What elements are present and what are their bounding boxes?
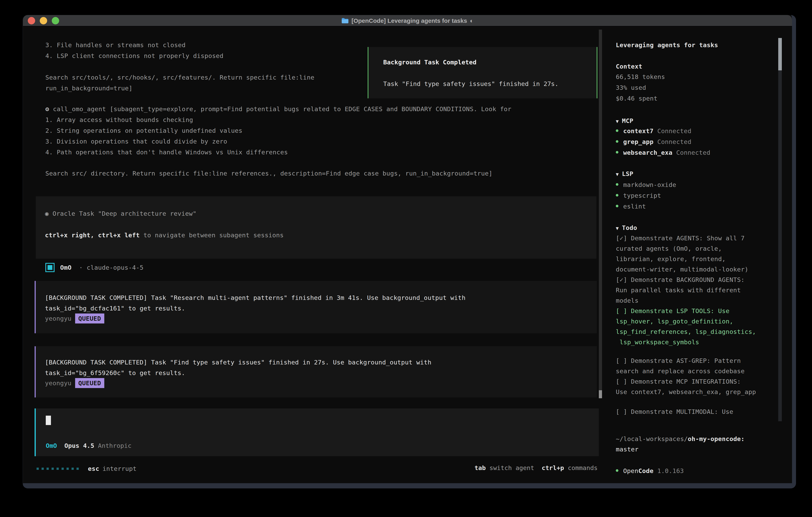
tool-call-footer: Search src/ directory. Return specific f… (46, 169, 493, 178)
mcp-section-header[interactable]: ▼MCP (616, 116, 633, 126)
statusbar-right: tab switch agent ctrl+p commands (474, 464, 598, 471)
lsp-item: eslint (616, 202, 646, 211)
esc-key-hint: esc (88, 464, 99, 473)
todo-line: Use context7, websearch_exa, grep_app (616, 387, 756, 396)
window-title-badge-icon: ◐ (470, 18, 473, 24)
session-title: Leveraging agents for tasks (616, 40, 718, 49)
notification-body: Task "Find type safety issues" finished … (383, 80, 558, 87)
status-dot-icon (616, 129, 618, 132)
tool-call-item: 1. Array access without bounds checking (46, 115, 193, 124)
task-card-meta: yeongyuQUEUED (45, 314, 104, 324)
todo-line: [ ] Demonstrate MULTIMODAL: Use (616, 407, 733, 416)
main-scrollbar-track[interactable] (599, 30, 602, 398)
statusbar-left: esc interrupt (36, 464, 137, 473)
collapse-triangle-icon: ▼ (616, 118, 619, 124)
context-spent: $0.46 spent (616, 94, 658, 103)
cmd-key-hint: ctrl+p (542, 464, 564, 471)
task-card-line2: task_id="bg_dcfac161" to get results. (45, 304, 185, 313)
agent-model: claude-opus-4-5 (87, 264, 143, 271)
tab-action-hint: switch agent (490, 464, 534, 471)
chat-line: 4. LSP client connections not properly d… (46, 51, 223, 60)
folder-icon (342, 18, 349, 24)
queued-badge: QUEUED (75, 314, 104, 324)
task-card: [BACKGROUND TASK COMPLETED] Task "Find t… (35, 346, 597, 398)
task-card-line1: [BACKGROUND TASK COMPLETED] Task "Find t… (45, 358, 431, 366)
queued-badge: QUEUED (75, 378, 104, 388)
titlebar: [OpenCode] Leveraging agents for tasks ◐ (23, 15, 792, 26)
workspace-branch: master (616, 445, 639, 454)
status-dot-icon (616, 205, 618, 207)
todo-line-active: [ ] Demonstrate LSP TOOLS: Use (616, 306, 729, 315)
cmd-action-hint: commands (568, 464, 598, 471)
main-scrollbar-thumb[interactable] (599, 390, 602, 398)
status-dot-icon (616, 183, 618, 186)
context-used: 33% used (616, 83, 646, 92)
status-dot-icon (616, 194, 618, 196)
status-dot-icon (616, 469, 618, 472)
task-user: yeongyu (45, 315, 71, 322)
lsp-section-header[interactable]: ▼LSP (616, 169, 633, 179)
todo-line: [✓] Demonstrate BACKGROUND AGENTS: (616, 275, 745, 284)
todo-line-active: lsp_find_references, lsp_diagnostics, (616, 327, 756, 336)
hint-rest: to navigate between subagent sessions (140, 232, 284, 239)
task-card-meta: yeongyuQUEUED (45, 378, 104, 388)
sidebar-scrollbar-track[interactable] (778, 38, 782, 421)
input-agent-name: OmO (46, 442, 57, 449)
workspace-path: ~/local-workspaces/oh-my-opencode: (616, 434, 745, 443)
context-heading: Context (616, 62, 642, 71)
lsp-item: markdown-oxide (616, 180, 676, 189)
task-card: [BACKGROUND TASK COMPLETED] Task "Resear… (35, 281, 597, 333)
app-window: [OpenCode] Leveraging agents for tasks ◐… (23, 15, 796, 488)
task-user: yeongyu (45, 379, 71, 387)
context-tokens: 66,518 tokens (616, 72, 665, 81)
task-card-line2: task_id="bg_6f59260c" to get results. (45, 369, 185, 377)
todo-line: document-writer, multimodal-looker) (616, 265, 749, 274)
agent-separator: · (79, 264, 83, 271)
todo-line: [ ] Demonstrate MCP INTEGRATIONS: (616, 377, 741, 386)
oracle-task-card: ◉ Oracle Task "Deep architecture review"… (36, 196, 597, 259)
version-line: OpenCode 1.0.163 (616, 466, 684, 475)
todo-section-header[interactable]: ▼Todo (616, 223, 637, 233)
todo-line: models (616, 296, 639, 305)
status-dot-icon (616, 140, 618, 143)
input-model-name: Opus 4.5 (64, 442, 94, 449)
subagent-nav-hint: ctrl+x right, ctrl+x left to navigate be… (45, 231, 284, 240)
notification-title: Background Task Completed (383, 59, 476, 66)
background-task-notification: Background Task Completed Task "Find typ… (368, 47, 598, 98)
prompt-input[interactable]: OmO Opus 4.5 Anthropic (35, 408, 599, 456)
tool-call-item: 4. Path operations that don't handle Win… (46, 148, 288, 157)
hint-keys: ctrl+x right, ctrl+x left (45, 232, 140, 239)
todo-line-active: lsp_workspace_symbols (616, 338, 699, 347)
input-provider-name: Anthropic (98, 442, 132, 449)
chat-line: run_in_background=true] (46, 84, 133, 92)
todo-line: [ ] Demonstrate AST-GREP: Pattern (616, 356, 741, 365)
sidebar-scrollbar-thumb[interactable] (778, 38, 782, 71)
tool-call-line: ⚙ call_omo_agent [subagent_type=explore,… (46, 105, 512, 113)
todo-line: search and replace across codebase (616, 366, 745, 376)
text-cursor (46, 416, 51, 425)
mcp-item: websearch_exa Connected (616, 148, 710, 157)
gear-icon: ⚙ (46, 105, 49, 113)
agent-name: OmO (60, 264, 71, 271)
esc-action-hint: interrupt (103, 464, 137, 473)
oracle-task-label: ◉ Oracle Task "Deep architecture review" (45, 209, 197, 218)
tool-call-item: 2. String operations on potentially unde… (46, 126, 242, 135)
fisheye-icon: ◉ (45, 210, 49, 217)
todo-line: Run parallel tasks with different (616, 286, 741, 295)
window-title: [OpenCode] Leveraging agents for tasks (351, 18, 467, 24)
tool-call-header: call_omo_agent [subagent_type=explore, p… (53, 105, 512, 113)
collapse-triangle-icon: ▼ (616, 225, 619, 231)
todo-line-active: lsp_hover, lsp_goto_definition, (616, 317, 733, 326)
agent-omo-icon (46, 263, 55, 272)
task-card-line1: [BACKGROUND TASK COMPLETED] Task "Resear… (45, 293, 466, 302)
tab-key-hint: tab (474, 464, 486, 471)
lsp-item: typescript (616, 191, 661, 200)
todo-line: librarian, explore, frontend, (616, 254, 726, 263)
todo-line: [✓] Demonstrate AGENTS: Show all 7 (616, 234, 745, 243)
status-dot-icon (616, 151, 618, 154)
chat-line: Search src/tools/, src/hooks/, src/featu… (46, 73, 314, 82)
terminal-content: 3. File handles or streams not closed 4.… (23, 26, 792, 483)
tool-call-item: 3. Division operations that could divide… (46, 137, 227, 146)
mcp-item: context7 Connected (616, 127, 691, 135)
agent-header: OmO · claude-opus-4-5 (60, 263, 143, 272)
